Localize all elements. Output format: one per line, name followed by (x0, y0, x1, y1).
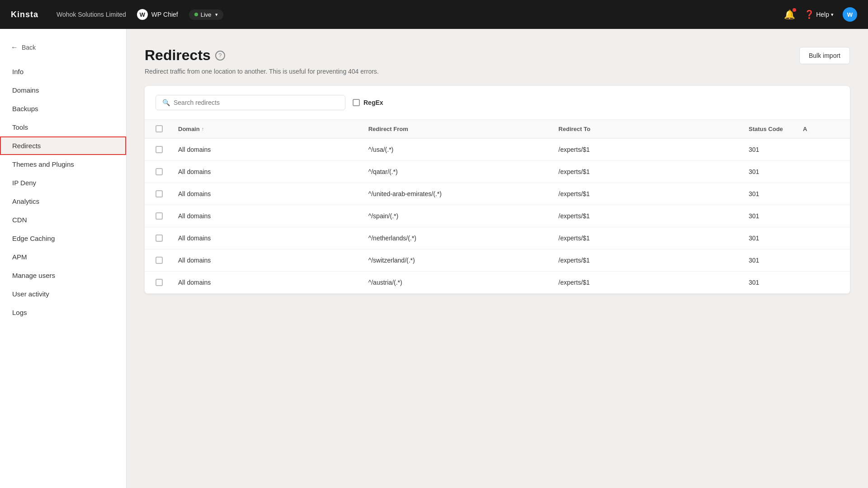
row-checkbox-cell (156, 257, 178, 264)
topbar-right: 🔔 ❓ Help ▾ W (784, 7, 857, 22)
live-label: Live (201, 11, 212, 18)
sidebar-item-domains[interactable]: Domains (0, 81, 126, 99)
back-arrow-icon: ← (11, 43, 18, 52)
cell-redirect-from-1: ^/qatar/(.*) (368, 168, 559, 175)
sidebar-item-redirects[interactable]: Redirects (0, 136, 126, 155)
search-icon: 🔍 (162, 99, 170, 106)
cell-domain-5: All domains (178, 257, 368, 264)
page-header: Redirects ? Bulk import (145, 47, 850, 64)
row-checkbox-1[interactable] (156, 168, 163, 175)
col-header-actions: A (803, 125, 839, 132)
cell-status-code-2: 301 (749, 190, 803, 197)
sidebar-item-manage-users[interactable]: Manage users (0, 266, 126, 285)
row-checkbox-3[interactable] (156, 212, 163, 220)
sidebar-item-edge-caching[interactable]: Edge Caching (0, 229, 126, 248)
table-row: All domains ^/switzerland/(.*) /experts/… (145, 249, 850, 272)
col-redirect-from-label: Redirect From (368, 126, 408, 132)
table-row: All domains ^/usa/(.*) /experts/$1 301 (145, 139, 850, 161)
cell-domain-2: All domains (178, 190, 368, 197)
main-content: Redirects ? Bulk import Redirect traffic… (127, 29, 868, 488)
sidebar-item-ip-deny[interactable]: IP Deny (0, 174, 126, 192)
row-checkbox-cell (156, 190, 178, 197)
sidebar-item-tools[interactable]: Tools (0, 118, 126, 136)
sort-arrow-icon: ↑ (202, 126, 204, 131)
cell-domain-1: All domains (178, 168, 368, 175)
row-checkbox-5[interactable] (156, 257, 163, 264)
main-layout: ← Back InfoDomainsBackupsToolsRedirectsT… (0, 29, 868, 488)
row-checkbox-cell (156, 212, 178, 220)
table-row: All domains ^/netherlands/(.*) /experts/… (145, 227, 850, 249)
cell-domain-6: All domains (178, 279, 368, 286)
table-row: All domains ^/united-arab-emirates/(.*) … (145, 183, 850, 205)
redirects-table-card: 🔍 RegEx Domain ↑ Redirect From (145, 86, 850, 294)
table-row: All domains ^/spain/(.*) /experts/$1 301 (145, 205, 850, 227)
search-input[interactable] (174, 99, 339, 106)
cell-status-code-5: 301 (749, 257, 803, 264)
row-checkbox-cell (156, 279, 178, 286)
cell-redirect-to-1: /experts/$1 (558, 168, 749, 175)
col-header-redirect-from: Redirect From (368, 125, 559, 132)
cell-domain-3: All domains (178, 212, 368, 220)
notifications-button[interactable]: 🔔 (784, 9, 795, 20)
row-checkbox-0[interactable] (156, 146, 163, 153)
header-checkbox-cell (156, 125, 178, 132)
help-label: Help (816, 11, 829, 18)
cell-redirect-from-2: ^/united-arab-emirates/(.*) (368, 190, 559, 197)
cell-domain-0: All domains (178, 146, 368, 153)
wp-label: WP Chief (151, 11, 178, 18)
col-actions-label: A (803, 126, 807, 132)
regex-label[interactable]: RegEx (353, 99, 383, 106)
bulk-import-button[interactable]: Bulk import (799, 47, 850, 64)
sidebar: ← Back InfoDomainsBackupsToolsRedirectsT… (0, 29, 127, 488)
search-input-wrapper: 🔍 (156, 95, 345, 110)
sidebar-item-themes-plugins[interactable]: Themes and Plugins (0, 155, 126, 174)
cell-redirect-from-4: ^/netherlands/(.*) (368, 235, 559, 242)
cell-status-code-1: 301 (749, 168, 803, 175)
notification-dot (793, 8, 796, 12)
cell-redirect-to-3: /experts/$1 (558, 212, 749, 220)
select-all-checkbox[interactable] (156, 125, 163, 132)
sidebar-item-info[interactable]: Info (0, 62, 126, 81)
topbar: Kinsta Wohok Solutions Limited W WP Chie… (0, 0, 868, 29)
help-circle-icon: ❓ (804, 9, 814, 19)
live-badge[interactable]: Live ▾ (189, 9, 223, 20)
row-checkbox-cell (156, 146, 178, 153)
table-rows: All domains ^/usa/(.*) /experts/$1 301 A… (145, 139, 850, 294)
sidebar-item-logs[interactable]: Logs (0, 303, 126, 322)
row-checkbox-6[interactable] (156, 279, 163, 286)
page-title-row: Redirects ? (145, 47, 225, 64)
cell-status-code-0: 301 (749, 146, 803, 153)
sidebar-item-user-activity[interactable]: User activity (0, 285, 126, 303)
help-button[interactable]: ❓ Help ▾ (804, 9, 834, 19)
live-dot-icon (194, 13, 198, 16)
regex-checkbox[interactable] (353, 99, 360, 106)
info-icon[interactable]: ? (215, 51, 225, 61)
page-description: Redirect traffic from one location to an… (145, 68, 850, 75)
sidebar-item-analytics[interactable]: Analytics (0, 192, 126, 211)
cell-redirect-to-0: /experts/$1 (558, 146, 749, 153)
sidebar-item-backups[interactable]: Backups (0, 99, 126, 118)
back-button[interactable]: ← Back (0, 40, 126, 55)
back-label: Back (22, 44, 36, 51)
cell-status-code-6: 301 (749, 279, 803, 286)
page-title: Redirects (145, 47, 211, 64)
search-row: 🔍 RegEx (145, 86, 850, 120)
sidebar-item-cdn[interactable]: CDN (0, 211, 126, 229)
row-checkbox-4[interactable] (156, 235, 163, 242)
user-avatar[interactable]: W (843, 7, 857, 22)
cell-status-code-3: 301 (749, 212, 803, 220)
col-header-domain[interactable]: Domain ↑ (178, 125, 368, 132)
cell-status-code-4: 301 (749, 235, 803, 242)
regex-label-text: RegEx (363, 99, 383, 106)
cell-redirect-to-2: /experts/$1 (558, 190, 749, 197)
table-header: Domain ↑ Redirect From Redirect To Statu… (145, 120, 850, 139)
cell-redirect-to-5: /experts/$1 (558, 257, 749, 264)
cell-redirect-from-0: ^/usa/(.*) (368, 146, 559, 153)
row-checkbox-cell (156, 168, 178, 175)
cell-redirect-to-6: /experts/$1 (558, 279, 749, 286)
table-row: All domains ^/austria/(.*) /experts/$1 3… (145, 272, 850, 294)
row-checkbox-2[interactable] (156, 190, 163, 197)
sidebar-item-apm[interactable]: APM (0, 248, 126, 266)
cell-redirect-from-3: ^/spain/(.*) (368, 212, 559, 220)
cell-domain-4: All domains (178, 235, 368, 242)
